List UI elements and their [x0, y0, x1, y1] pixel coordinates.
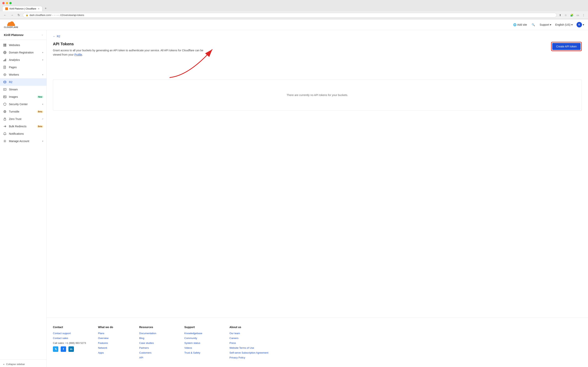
traffic-light-yellow[interactable]: [6, 2, 8, 4]
footer-link-api[interactable]: API: [139, 356, 178, 359]
user-menu[interactable]: K ▾: [577, 22, 584, 27]
sidebar-item-bulk-redirects[interactable]: Bulk Redirects Beta: [0, 123, 46, 130]
footer-col-title-about-us: About us: [229, 325, 272, 329]
linkedin-social-icon[interactable]: in: [68, 346, 74, 352]
create-api-token-button[interactable]: Create API token: [552, 43, 581, 50]
create-btn-area: Create API token: [551, 42, 582, 51]
footer-link-plans[interactable]: Plans: [98, 332, 133, 335]
sidebar-item-notifications[interactable]: Notifications: [0, 130, 46, 137]
chevron-down-icon-user: ▾: [583, 23, 584, 26]
footer-link-videos[interactable]: Videos: [184, 346, 223, 349]
svg-point-28: [4, 111, 5, 112]
sidebar-item-turnstile[interactable]: Turnstile Beta: [0, 108, 46, 115]
chevron-down-icon: ▾: [42, 51, 43, 54]
sidebar-footer: « Collapse sidebar: [0, 359, 46, 367]
footer-col-title-what-we-do: What we do: [98, 325, 133, 329]
top-nav: CLOUDFLARE 🌐 Add site 🔍 Support ▾ Englis…: [0, 19, 588, 30]
footer-link-features[interactable]: Features: [98, 342, 133, 344]
sidebar-item-manage-account[interactable]: Manage Account ▾: [0, 137, 46, 145]
new-tab-button[interactable]: +: [43, 5, 48, 11]
footer-link-documentation[interactable]: Documentation: [139, 332, 178, 335]
cf-logo-svg: [7, 21, 15, 26]
footer-link-trust-safety[interactable]: Trust & Safety: [184, 351, 223, 354]
top-nav-right: 🌐 Add site 🔍 Support ▾ English (US) ▾ K …: [513, 22, 584, 27]
footer-link-case-studies[interactable]: Case studies: [139, 342, 178, 344]
sidebar-item-analytics[interactable]: Analytics ▾: [0, 56, 46, 64]
footer-link-blog[interactable]: Blog: [139, 337, 178, 340]
footer-link-partners[interactable]: Partners: [139, 346, 178, 349]
bell-icon: [3, 132, 7, 135]
app: CLOUDFLARE 🌐 Add site 🔍 Support ▾ Englis…: [0, 19, 588, 367]
svg-point-21: [4, 81, 6, 82]
sidebar-item-domain-registration[interactable]: Domain Registration ▾: [0, 49, 46, 56]
search-button[interactable]: 🔍: [531, 22, 536, 27]
chevron-down-icon-lang: ▾: [571, 23, 573, 26]
bookmark-icon[interactable]: ☆: [564, 13, 568, 17]
footer-link-privacy-policy[interactable]: Privacy Policy: [229, 356, 272, 359]
forward-button[interactable]: →: [9, 13, 15, 18]
footer-col-support: Support Knowledgebase Community System s…: [184, 325, 223, 361]
sidebar-item-label: Manage Account: [9, 140, 40, 143]
sidebar-item-security-center[interactable]: Security Center ▾: [0, 100, 46, 108]
sidebar-header[interactable]: Kirill Platonov ›: [0, 30, 46, 40]
r2-icon: [3, 80, 7, 84]
extension-icon[interactable]: 🧩: [569, 13, 574, 17]
image-icon: [3, 95, 7, 99]
twitter-social-icon[interactable]: 𝕏: [53, 346, 58, 352]
svg-point-30: [4, 141, 5, 142]
menu-icon[interactable]: ⋮: [581, 13, 586, 17]
footer-link-careers[interactable]: Careers: [229, 337, 272, 340]
footer-link-community[interactable]: Community: [184, 337, 223, 340]
redirect-icon: [3, 125, 7, 128]
sidebar-item-r2[interactable]: R2: [0, 78, 46, 86]
sidebar-item-zero-trust[interactable]: Zero Trust ↗: [0, 115, 46, 123]
browser-tab-active[interactable]: Kirill Platonov | Cloudflare ✕: [2, 6, 42, 11]
profile-link[interactable]: Profile: [74, 53, 82, 56]
sidebar-item-pages[interactable]: Pages: [0, 64, 46, 71]
footer-link-contact-support[interactable]: Contact support: [53, 332, 92, 335]
globe-icon: [3, 51, 7, 54]
footer-link-our-team[interactable]: Our team: [229, 332, 272, 335]
collapse-sidebar-button[interactable]: « Collapse sidebar: [3, 363, 43, 366]
traffic-light-green[interactable]: [9, 2, 12, 4]
footer-link-system-status[interactable]: System status: [184, 342, 223, 344]
sidebar-item-websites[interactable]: Websites: [0, 42, 46, 49]
footer-link-customers[interactable]: Customers: [139, 351, 178, 354]
language-selector[interactable]: English (US) ▾: [555, 23, 573, 26]
address-bar[interactable]: 🔒 dash.cloudflare.com/··· ··· ····· /r2/…: [23, 13, 557, 17]
support-link[interactable]: Support ▾: [540, 23, 551, 26]
share-icon[interactable]: ⬆: [558, 13, 562, 17]
sidebar-item-label: Zero Trust: [9, 117, 39, 121]
chevron-down-icon: ▾: [42, 103, 43, 106]
back-button[interactable]: ←: [2, 13, 8, 18]
content-inner: ← R2 API Tokens Grant access to all your…: [47, 30, 588, 318]
sidebar-item-label: R2: [9, 81, 43, 83]
footer-link-contact-sales[interactable]: Contact sales: [53, 337, 92, 340]
chevron-down-icon: ▾: [550, 23, 551, 26]
svg-rect-6: [5, 44, 6, 45]
user-avatar: K: [577, 22, 582, 27]
svg-rect-14: [5, 59, 6, 61]
footer-link-knowledgebase[interactable]: Knowledgebase: [184, 332, 223, 335]
sidebar-item-label: Stream: [9, 88, 43, 91]
sidebar-item-label: Domain Registration: [9, 51, 40, 54]
footer-link-overview[interactable]: Overview: [98, 337, 133, 340]
reload-button[interactable]: ↻: [16, 12, 21, 18]
sidebar-item-images[interactable]: Images New: [0, 93, 46, 100]
facebook-social-icon[interactable]: f: [61, 346, 66, 352]
sidebar-toggle-icon[interactable]: ▭: [576, 13, 580, 17]
sidebar-nav: Websites Domain Registration ▾ Analytics: [0, 40, 46, 359]
tab-close-button[interactable]: ✕: [38, 8, 40, 10]
sidebar-item-stream[interactable]: Stream: [0, 86, 46, 93]
cf-logo-text: CLOUDFLARE: [4, 26, 18, 28]
sidebar-item-workers[interactable]: Workers ▾: [0, 71, 46, 78]
footer-link-self-serve[interactable]: Self-serve Subscription Agreement: [229, 351, 272, 354]
footer-link-website-terms[interactable]: Website Terms of Use: [229, 346, 272, 349]
back-to-r2-link[interactable]: ← R2: [53, 35, 582, 38]
footer-link-apps[interactable]: Apps: [98, 351, 133, 354]
footer-link-network[interactable]: Network: [98, 346, 133, 349]
footer-link-press[interactable]: Press: [229, 342, 272, 344]
traffic-light-red[interactable]: [2, 2, 5, 4]
gear-icon: [3, 139, 7, 143]
add-site-button[interactable]: 🌐 Add site: [513, 23, 527, 26]
